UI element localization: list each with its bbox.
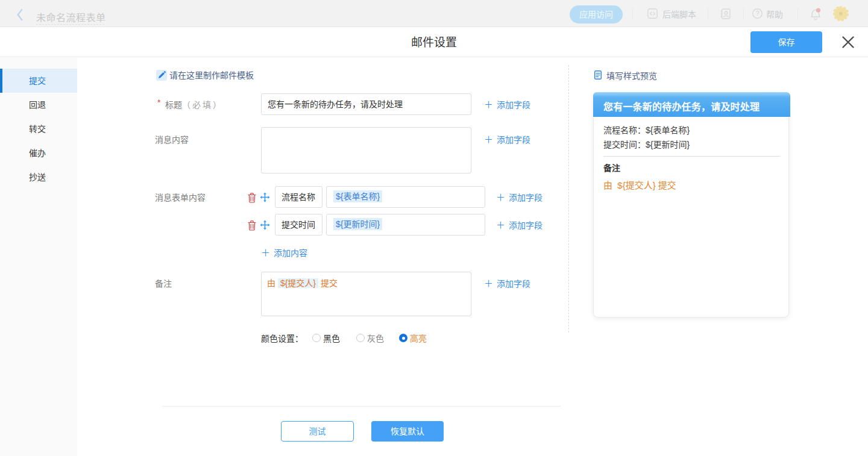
svg-text:?: ? (756, 10, 760, 17)
